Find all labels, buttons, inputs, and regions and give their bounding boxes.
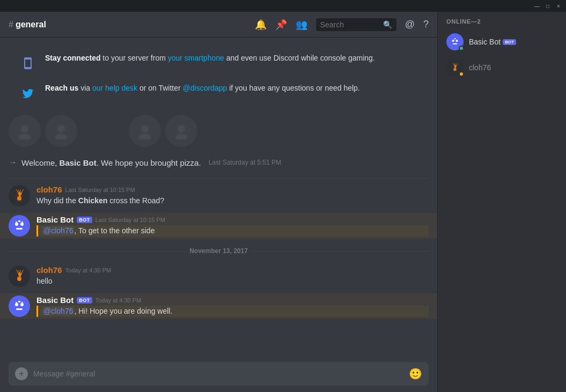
svg-point-17: [17, 277, 21, 281]
titlebar: — □ ×: [0, 0, 566, 12]
message-content: cloh76 Today at 4:30 PM hello: [36, 265, 429, 287]
member-avatar-cloh76: [446, 59, 464, 76]
system-message-phone-content: Stay connected to your server from your …: [45, 53, 420, 64]
mention: @cloh76: [42, 226, 74, 235]
svg-point-7: [175, 134, 187, 139]
message-header: Basic Bot BOT Last Saturday at 10:15 PM: [36, 215, 429, 224]
system-message-twitter: Reach us via our help desk or on Twitter…: [9, 80, 429, 106]
svg-point-12: [20, 223, 24, 226]
search-input[interactable]: [320, 20, 380, 29]
svg-point-26: [452, 40, 454, 42]
message-input[interactable]: [33, 369, 403, 378]
divider-line: [9, 178, 429, 179]
svg-point-20: [20, 303, 24, 306]
system-message-twitter-content: Reach us via our help desk or on Twitter…: [45, 83, 420, 94]
svg-rect-14: [18, 220, 20, 222]
message-timestamp: Last Saturday at 10:15 PM: [65, 187, 135, 193]
avatar: [9, 215, 30, 236]
right-sidebar: ONLINE—2 Basic Bot BOT: [437, 12, 566, 392]
svg-point-11: [15, 223, 18, 226]
svg-rect-28: [453, 43, 457, 45]
search-icon: 🔍: [383, 20, 392, 29]
message-header: Basic Bot BOT Today at 4:30 PM: [36, 295, 429, 305]
svg-point-4: [141, 125, 149, 132]
message-content: Basic Bot BOT Last Saturday at 10:15 PM …: [36, 215, 429, 236]
username: Basic Bot: [36, 295, 73, 305]
username: cloh76: [36, 185, 62, 194]
table-row: Basic Bot BOT Today at 4:30 PM @cloh76, …: [0, 293, 437, 319]
attach-button[interactable]: +: [15, 367, 28, 380]
svg-rect-29: [454, 38, 456, 39]
blurred-avatars: [0, 110, 437, 151]
blur-avatar-4: [165, 115, 197, 147]
channel-name: general: [16, 20, 46, 29]
svg-point-0: [21, 125, 28, 132]
message-text: @cloh76, To get to the other side: [36, 225, 429, 236]
members-icon[interactable]: 👥: [296, 19, 307, 31]
sidebar-header: ONLINE—2: [438, 12, 566, 29]
minimize-button[interactable]: —: [534, 3, 540, 9]
help-icon[interactable]: ?: [423, 19, 429, 30]
member-name-basicbot: Basic Bot: [469, 38, 501, 46]
message-timestamp: Today at 4:30 PM: [95, 297, 142, 304]
svg-point-9: [17, 196, 21, 201]
svg-point-27: [455, 40, 458, 42]
message-content: cloh76 Last Saturday at 10:15 PM Why did…: [36, 185, 429, 206]
table-row: Basic Bot BOT Last Saturday at 10:15 PM …: [0, 213, 437, 239]
message-header: cloh76 Today at 4:30 PM: [36, 265, 429, 275]
system-text-phone: Stay connected to your server from your …: [45, 54, 375, 62]
svg-rect-15: [16, 221, 17, 223]
at-icon[interactable]: @: [405, 19, 415, 30]
svg-point-3: [55, 134, 67, 139]
system-message-phone: Stay connected to your server from your …: [9, 50, 429, 76]
sidebar-member-basicbot[interactable]: Basic Bot BOT: [442, 30, 562, 54]
status-dot-game: [459, 71, 464, 77]
svg-point-5: [139, 134, 151, 139]
sidebar-member-cloh76[interactable]: cloh76: [442, 56, 562, 79]
search-bar[interactable]: 🔍: [316, 18, 396, 31]
chat-area: # general 🔔 📌 👥 🔍 @ ?: [0, 12, 437, 392]
online-header: ONLINE—2: [446, 18, 557, 25]
channel-title: # general: [9, 20, 46, 29]
username: cloh76: [36, 265, 62, 275]
status-dot-online: [459, 46, 464, 51]
mention: @cloh76: [42, 307, 74, 315]
blur-avatar-3: [129, 115, 161, 147]
date-divider: November 13, 2017: [0, 243, 437, 259]
avatar: [9, 185, 30, 206]
input-area: + 🙂: [0, 356, 437, 392]
svg-rect-21: [16, 308, 23, 310]
bell-icon[interactable]: 🔔: [255, 19, 267, 31]
message-input-wrap: + 🙂: [9, 362, 429, 386]
svg-point-6: [178, 125, 185, 132]
bot-badge: BOT: [77, 297, 92, 304]
system-text-twitter: Reach us via our help desk or on Twitter…: [45, 84, 360, 92]
main-layout: # general 🔔 📌 👥 🔍 @ ?: [0, 12, 566, 392]
bot-badge: BOT: [77, 217, 92, 223]
system-section: Stay connected to your server from your …: [0, 38, 437, 106]
svg-rect-22: [18, 301, 20, 302]
svg-point-1: [19, 134, 31, 139]
divider-line-right: [252, 251, 429, 252]
avatar: [9, 295, 30, 317]
message-content: Basic Bot BOT Today at 4:30 PM @cloh76, …: [36, 295, 429, 317]
welcome-banner: → Welcome, Basic Bot. We hope you brough…: [0, 151, 437, 174]
member-bot-badge: BOT: [503, 39, 516, 45]
emoji-button[interactable]: 🙂: [409, 367, 422, 380]
blur-avatar-1: [9, 115, 41, 147]
welcome-text: Welcome, Basic Bot. We hope you brought …: [21, 158, 201, 167]
maximize-button[interactable]: □: [545, 3, 551, 9]
svg-rect-23: [16, 302, 17, 303]
message-timestamp: Today at 4:30 PM: [65, 267, 112, 273]
pin-icon[interactable]: 📌: [275, 19, 287, 31]
member-avatar-basicbot: [446, 33, 464, 50]
avatar: [9, 265, 30, 287]
message-timestamp: Last Saturday at 10:15 PM: [95, 217, 165, 223]
svg-point-2: [57, 125, 65, 132]
svg-point-30: [453, 68, 457, 71]
close-button[interactable]: ×: [555, 3, 562, 9]
chat-header: # general 🔔 📌 👥 🔍 @ ?: [0, 12, 437, 38]
member-name-cloh76: cloh76: [469, 63, 491, 72]
blur-avatar-2: [45, 115, 77, 147]
system-avatar-phone: [17, 53, 39, 74]
